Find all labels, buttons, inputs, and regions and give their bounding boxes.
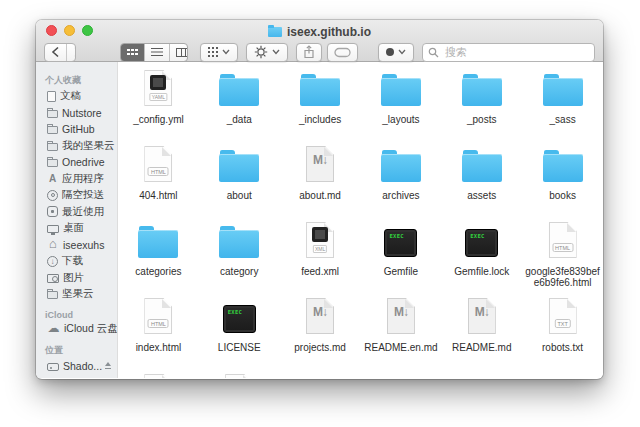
file-item[interactable]: TXTrobots.txt: [522, 294, 603, 370]
home-icon: ⌂: [47, 238, 59, 251]
sidebar-item-坚果云[interactable]: 坚果云: [36, 286, 117, 303]
recents-icon: [47, 206, 58, 217]
sidebar-item-隔空投送[interactable]: 隔空投送: [36, 187, 117, 204]
group-by-button[interactable]: [200, 43, 239, 62]
share-icon: [303, 45, 315, 59]
file-item[interactable]: HTML404.html: [118, 142, 199, 218]
gear-icon: [254, 45, 268, 59]
file-name: projects.md: [294, 342, 346, 353]
sidebar-item-label: 隔空投送: [62, 188, 104, 202]
share-button[interactable]: [296, 43, 322, 62]
title-bar[interactable]: iseex.github.io: [36, 20, 603, 38]
file-item[interactable]: _layouts: [361, 66, 442, 142]
action-button[interactable]: [246, 43, 288, 62]
sidebar-item-texstudio[interactable]: texstudio: [36, 375, 117, 379]
sidebar-item-应用程序[interactable]: A应用程序: [36, 171, 117, 188]
sidebar-item-Nutstore[interactable]: Nutstore: [36, 105, 117, 122]
search-field[interactable]: [422, 43, 595, 62]
sidebar-item-最近使用[interactable]: 最近使用: [36, 204, 117, 221]
finder-window: iseex.github.io: [36, 20, 603, 379]
folder-icon: [219, 78, 259, 106]
file-item[interactable]: M↓projects.md: [280, 294, 361, 370]
sidebar-section-header: 个人收藏: [36, 74, 117, 88]
file-item[interactable]: HTMLindex.html: [118, 294, 199, 370]
chevron-down-icon: [222, 49, 230, 55]
file-item-partial[interactable]: [361, 370, 442, 378]
file-item[interactable]: archives: [361, 142, 442, 218]
eject-icon[interactable]: [104, 362, 112, 370]
pictures-icon: [47, 274, 59, 283]
file-item[interactable]: _includes: [280, 66, 361, 142]
folder-icon: [219, 154, 259, 182]
file-item[interactable]: M↓README.md: [441, 294, 522, 370]
executable-file-icon: exec: [223, 305, 256, 333]
md-file-icon: M↓: [306, 144, 334, 188]
file-item-partial[interactable]: [522, 370, 603, 378]
sidebar-item-Onedrive[interactable]: Onedrive: [36, 154, 117, 171]
list-view-button[interactable]: [144, 44, 169, 61]
minimize-button[interactable]: [64, 25, 75, 36]
executable-file-icon: exec: [465, 229, 498, 257]
file-item[interactable]: assets: [441, 142, 522, 218]
file-item[interactable]: category: [199, 218, 280, 294]
sidebar-item-桌面[interactable]: 桌面: [36, 220, 117, 237]
edit-tags-button[interactable]: [327, 43, 358, 62]
sidebar-item-GitHub[interactable]: GitHub: [36, 121, 117, 138]
sidebar-item-iseexuhs[interactable]: ⌂iseexuhs: [36, 237, 117, 254]
file-item[interactable]: M↓README.en.md: [361, 294, 442, 370]
file-item[interactable]: execGemfile: [361, 218, 442, 294]
file-item-partial[interactable]: [118, 370, 199, 378]
file-item[interactable]: execLICENSE: [199, 294, 280, 370]
file-name: google3fe839befe6b9fe6.html: [524, 266, 602, 288]
file-grid: YAML_config.yml_data_includes_layouts_po…: [118, 66, 603, 378]
sidebar-item-下载[interactable]: ↓下载: [36, 253, 117, 270]
sidebar-item-label: Onedrive: [62, 156, 105, 168]
search-input[interactable]: [443, 45, 589, 59]
sidebar-item-iCloud 云盘[interactable]: ☁iCloud 云盘: [36, 321, 117, 338]
search-icon: [428, 47, 439, 58]
sidebar-item-图片[interactable]: 图片: [36, 270, 117, 287]
file-item[interactable]: YAML_config.yml: [118, 66, 199, 142]
file-item[interactable]: M↓about.md: [280, 142, 361, 218]
tag-dot-icon: [386, 48, 394, 56]
file-item[interactable]: _sass: [522, 66, 603, 142]
back-button[interactable]: [45, 44, 66, 61]
file-browser: YAML_config.yml_data_includes_layouts_po…: [118, 62, 603, 378]
traffic-lights: [46, 25, 93, 36]
disk-icon: [47, 363, 59, 371]
executable-file-icon: exec: [384, 229, 417, 257]
file-item[interactable]: about: [199, 142, 280, 218]
file-item[interactable]: HTMLgoogle3fe839befe6b9fe6.html: [522, 218, 603, 294]
tags-dropdown-button[interactable]: [378, 43, 414, 62]
list-view-icon: [151, 48, 163, 50]
file-item[interactable]: XMLfeed.xml: [280, 218, 361, 294]
sidebar-item-label: 下载: [62, 254, 83, 268]
file-item[interactable]: _data: [199, 66, 280, 142]
sidebar-item-Shado...[interactable]: Shado...: [36, 358, 117, 375]
file-item-partial[interactable]: [199, 370, 280, 378]
sidebar-item-label: 文稿: [60, 89, 81, 103]
md-file-icon: M↓: [468, 296, 496, 340]
sidebar-item-label: 桌面: [63, 221, 84, 235]
sidebar-item-文稿[interactable]: 文稿: [36, 88, 117, 105]
icon-view-button[interactable]: [121, 44, 144, 61]
file-name: Gemfile: [384, 266, 418, 277]
file-item-partial[interactable]: [441, 370, 522, 378]
download-icon: ↓: [47, 256, 58, 267]
column-view-button[interactable]: [169, 44, 188, 61]
file-item[interactable]: books: [522, 142, 603, 218]
file-name: _data: [227, 114, 252, 125]
file-item[interactable]: categories: [118, 218, 199, 294]
folder-icon: [47, 159, 58, 167]
file-item[interactable]: execGemfile.lock: [441, 218, 522, 294]
forward-button[interactable]: [66, 44, 76, 61]
html-file-icon: HTML: [549, 220, 577, 264]
file-item-partial[interactable]: [280, 370, 361, 378]
window-chrome: iseex.github.io: [36, 20, 603, 62]
sidebar-item-我的坚果云[interactable]: 我的坚果云: [36, 138, 117, 155]
file-item[interactable]: _posts: [441, 66, 522, 142]
zoom-button[interactable]: [82, 25, 93, 36]
file-name: books: [549, 190, 576, 201]
close-button[interactable]: [46, 25, 57, 36]
sidebar-item-label: 图片: [63, 271, 84, 285]
